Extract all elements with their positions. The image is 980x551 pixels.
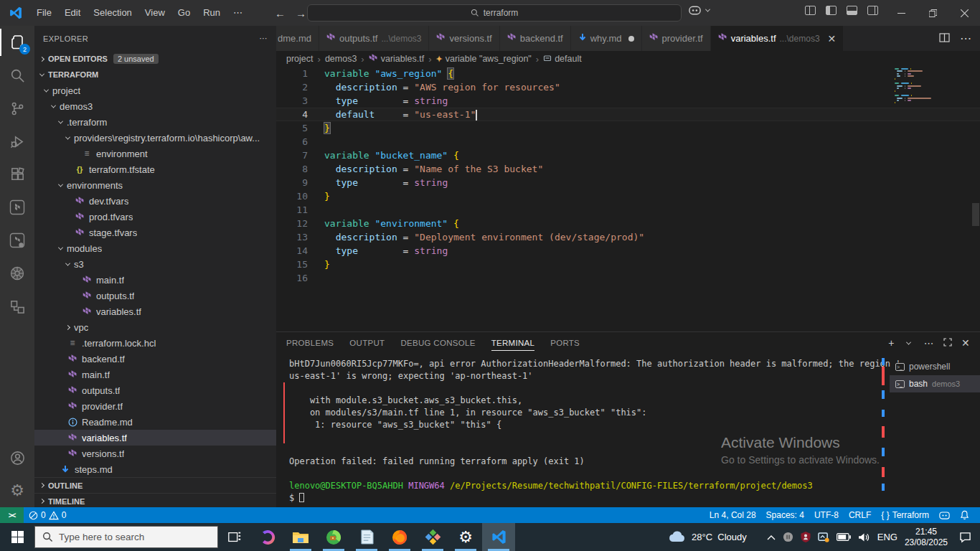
taskbar-file-explorer[interactable] [284,523,317,551]
taskbar-diamond-app[interactable] [416,523,449,551]
activity-terraform-cloud[interactable] [0,224,34,257]
feedback-icon[interactable] [934,507,955,523]
tree-item-prod.tfvars[interactable]: prod.tfvars [34,209,276,225]
panel-tab-problems[interactable]: PROBLEMS [286,332,334,354]
battery-icon[interactable] [837,533,851,541]
tree-item-variables.tf[interactable]: variables.tf [34,303,276,319]
breadcrumb-2[interactable]: variables.tf [369,53,424,65]
indentation[interactable]: Spaces: 4 [761,507,809,523]
panel-more-icon[interactable]: ⋯ [924,337,934,349]
tree-item-.terraform.lock.hcl[interactable]: ≡.terraform.lock.hcl [34,335,276,351]
code-line-15[interactable]: 15} [276,258,980,271]
nav-back-icon[interactable]: ← [275,7,286,19]
taskbar-copilot[interactable] [251,523,284,551]
panel-tab-output[interactable]: OUTPUT [349,332,385,354]
tree-item-s3[interactable]: s3 [34,256,276,272]
taskbar-notepad[interactable] [350,523,383,551]
menu-view[interactable]: View [138,4,171,22]
breadcrumb-0[interactable]: project [286,54,314,64]
taskbar-idm[interactable] [317,523,350,551]
tab-outputs.tf[interactable]: outputs.tf...\demos3 [319,26,430,51]
menu-selection[interactable]: Selection [87,4,138,22]
code-line-6[interactable]: 6 [276,135,980,149]
maximize-panel-icon[interactable] [943,337,952,349]
terminal-entry-powershell[interactable]: >_powershell [890,358,980,375]
activity-settings[interactable]: ⚙ [0,474,34,507]
activity-account[interactable] [0,441,34,474]
tree-item-Readme.md[interactable]: Readme.md [34,414,276,430]
code-line-14[interactable]: 14 type = string [276,244,980,258]
taskbar-settings[interactable]: ⚙ [449,523,482,551]
tree-item-project[interactable]: project [34,83,276,98]
explorer-actions-icon[interactable]: ⋯ [260,34,268,43]
breadcrumb-1[interactable]: demos3 [325,54,357,64]
tree-item-.terraform[interactable]: .terraform [34,114,276,130]
input-language[interactable]: ENG [877,532,897,542]
more-actions-icon[interactable]: ⋯ [960,32,971,45]
problems-status[interactable]: 0 0 [24,507,71,523]
code-line-1[interactable]: 1variable "aws_region" { [276,67,980,80]
terminal-entry-bash[interactable]: >_bashdemos3 [890,375,980,392]
minimize-button[interactable] [885,0,917,26]
toggle-panel-icon[interactable] [847,6,857,15]
restore-button[interactable] [917,0,948,26]
activity-terraform[interactable] [0,191,34,224]
code-line-5[interactable]: 5} [276,121,980,135]
close-tab-icon[interactable]: ✕ [828,33,837,44]
tab-provider.tf[interactable]: provider.tf [642,26,711,51]
tree-item-backend.tf[interactable]: backend.tf [34,351,276,367]
tab-dme.md[interactable]: dme.md [276,26,319,51]
encoding[interactable]: UTF-8 [809,507,844,523]
activity-explorer[interactable]: 2 [0,26,34,59]
close-panel-icon[interactable]: ✕ [961,337,970,349]
language-mode[interactable]: { } Terraform [876,507,934,523]
customize-layout-icon[interactable] [805,6,816,15]
code-line-4[interactable]: 4 default = "us-east-1" [276,108,980,121]
tray-app3-icon[interactable] [818,532,829,542]
section-timeline[interactable]: TIMELINE [34,493,276,507]
taskbar-search[interactable]: Type here to search [34,526,218,548]
close-button[interactable] [948,0,980,26]
tab-versions.tf[interactable]: versions.tf [429,26,499,51]
tree-item-outputs.tf[interactable]: outputs.tf [34,382,276,398]
panel-tab-ports[interactable]: PORTS [550,332,580,354]
taskbar-clock[interactable]: 21:45 23/08/2025 [905,527,948,548]
command-center[interactable]: terraform [307,4,682,22]
tray-chevron-icon[interactable] [767,534,776,540]
breadcrumb-4[interactable]: default [543,54,582,65]
tree-item-main.tf[interactable]: main.tf [34,367,276,382]
tree-item-providers-registry.terraform.io-hashicorp-aw...[interactable]: providers\registry.terraform.io\hashicor… [34,130,276,146]
copilot-menu[interactable] [689,5,714,16]
weather-widget[interactable]: 28°C Cloudy [667,531,747,543]
tree-item-vpc[interactable]: vpc [34,319,276,335]
menu-run[interactable]: Run [197,4,227,22]
speaker-icon[interactable] [858,532,870,542]
tray-app2-icon[interactable] [801,532,811,542]
terminal-dropdown-icon[interactable] [906,339,911,344]
activity-remote-explorer[interactable] [0,290,34,323]
code-line-10[interactable]: 10} [276,189,980,203]
code-line-2[interactable]: 2 description = "AWS region for resource… [276,80,980,94]
tree-item-environment[interactable]: ≡environment [34,146,276,161]
tree-item-stage.tfvars[interactable]: stage.tfvars [34,225,276,240]
taskbar-task-view[interactable] [218,523,251,551]
activity-source-control[interactable] [0,92,34,125]
open-editors-section[interactable]: OPEN EDITORS 2 unsaved [34,51,276,67]
activity-run-debug[interactable] [0,125,34,158]
tree-item-main.tf[interactable]: main.tf [34,272,276,288]
tray-app1-icon[interactable] [783,532,793,542]
action-center-icon[interactable] [955,532,976,543]
tree-item-provider.tf[interactable]: provider.tf [34,398,276,414]
tab-backend.tf[interactable]: backend.tf [500,26,571,51]
code-line-16[interactable]: 16 [276,271,980,285]
tree-item-terraform.tfstate[interactable]: {}terraform.tfstate [34,161,276,177]
breadcrumb-3[interactable]: ✦variable "aws_region" [436,54,532,64]
notifications-bell-icon[interactable] [955,507,974,523]
cursor-position[interactable]: Ln 4, Col 28 [705,507,761,523]
code-editor[interactable]: 1variable "aws_region" {2 description = … [276,67,980,331]
code-line-12[interactable]: 12variable "environment" { [276,217,980,230]
menu-edit[interactable]: Edit [58,4,87,22]
activity-extensions[interactable] [0,158,34,191]
minimap[interactable] [895,68,970,107]
activity-kubernetes[interactable] [0,257,34,290]
